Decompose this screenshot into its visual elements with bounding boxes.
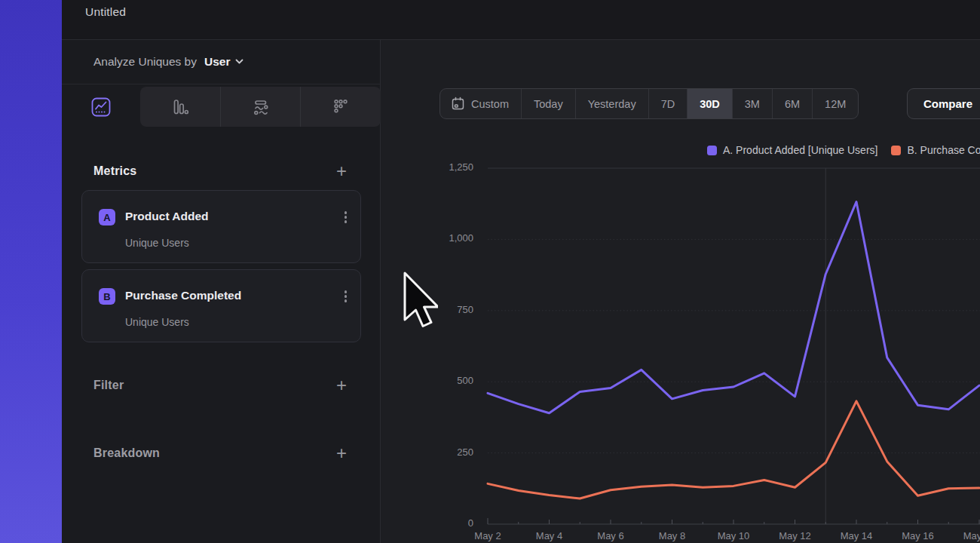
add-breakdown-button[interactable]: +	[336, 444, 347, 462]
metric-measurement: Unique Users	[125, 316, 189, 328]
tab-group	[140, 87, 381, 127]
chart-type-tabs	[62, 87, 381, 127]
x-axis-label: May 2	[464, 530, 512, 541]
tab-flows[interactable]	[220, 87, 301, 127]
range-7d[interactable]: 7D	[648, 89, 688, 118]
metric-options-button[interactable]	[345, 290, 348, 302]
range-6m[interactable]: 6M	[772, 89, 812, 118]
metrics-title: Metrics	[93, 164, 136, 178]
y-axis-label: 250	[406, 446, 473, 458]
legend-item[interactable]: A. Product Added [Unique Users]	[707, 144, 877, 156]
metrics-section-header: Metrics +	[93, 156, 347, 186]
bar-chart-icon	[171, 98, 189, 116]
x-axis-label: May 6	[586, 530, 635, 541]
add-metric-button[interactable]: +	[336, 162, 347, 180]
metric-name: Purchase Completed	[125, 289, 241, 302]
metric-badge: B	[99, 288, 115, 305]
y-axis-label: 0	[406, 517, 473, 529]
flows-icon	[252, 98, 270, 116]
range-label: 3M	[745, 98, 760, 110]
add-filter-button[interactable]: +	[336, 376, 347, 394]
y-axis-label: 750	[406, 304, 473, 315]
tab-retention[interactable]	[300, 87, 381, 127]
x-axis-label: May 8	[648, 530, 697, 541]
legend-swatch	[707, 146, 717, 155]
range-label: Yesterday	[588, 98, 636, 110]
range-yesterday[interactable]: Yesterday	[575, 89, 648, 118]
y-axis-label: 1,250	[406, 161, 473, 173]
range-custom[interactable]: Custom	[440, 89, 521, 118]
range-today[interactable]: Today	[521, 89, 575, 118]
range-12m[interactable]: 12M	[812, 89, 858, 118]
filter-section-header: Filter +	[93, 370, 347, 400]
range-label: 30D	[700, 98, 720, 110]
filter-title: Filter	[93, 379, 124, 392]
top-bar: Untitled	[62, 0, 980, 40]
legend-item[interactable]: B. Purchase Completed [Unique Users]	[891, 144, 980, 156]
metric-options-button[interactable]	[345, 211, 348, 223]
x-axis-label: May 12	[771, 530, 819, 541]
x-axis-label: May 16	[894, 530, 942, 541]
range-label: Today	[534, 98, 563, 110]
metric-card[interactable]: AProduct AddedUnique Users	[81, 190, 361, 263]
sidebar: Analyze Uniques by User	[62, 40, 381, 543]
tab-line-chart[interactable]	[62, 87, 140, 127]
tab-bar-chart[interactable]	[140, 87, 220, 127]
x-axis-label: May 10	[709, 530, 758, 541]
calendar-icon	[451, 97, 465, 111]
range-3m[interactable]: 3M	[732, 89, 772, 118]
analysis-header: Analyze Uniques by User	[62, 40, 380, 84]
desktop-wallpaper	[0, 0, 62, 543]
legend-label: B. Purchase Completed [Unique Users]	[907, 144, 980, 156]
breakdown-title: Breakdown	[93, 446, 160, 460]
x-axis-label: May 14	[832, 530, 880, 541]
y-axis-label: 500	[406, 375, 473, 386]
legend-swatch	[891, 146, 901, 155]
analyze-by-label: Analyze Uniques by	[93, 55, 197, 69]
chart-panel: CustomTodayYesterday7D30D3M6M12M Compare…	[381, 40, 980, 543]
x-axis-label: May 4	[525, 530, 574, 541]
line-chart	[475, 158, 980, 543]
legend-label: A. Product Added [Unique Users]	[723, 144, 877, 156]
report-title[interactable]: Untitled	[85, 5, 126, 18]
compare-button[interactable]: Compare	[907, 88, 980, 119]
breakdown-section-header: Breakdown +	[93, 438, 347, 468]
chart-legend: A. Product Added [Unique Users]B. Purcha…	[707, 142, 980, 158]
metric-measurement: Unique Users	[125, 237, 189, 249]
metric-card[interactable]: BPurchase CompletedUnique Users	[81, 269, 361, 342]
line-chart-icon	[91, 97, 111, 117]
range-label: 6M	[785, 98, 800, 110]
uniques-by-dropdown[interactable]: User	[204, 55, 243, 69]
y-axis-label: 1,000	[406, 232, 473, 244]
date-range-group: CustomTodayYesterday7D30D3M6M12M	[439, 88, 859, 119]
retention-grid-icon	[332, 98, 350, 116]
chevron-down-icon	[235, 59, 243, 65]
metric-badge: A	[99, 209, 115, 225]
uniques-by-value: User	[204, 55, 230, 69]
range-30d[interactable]: 30D	[687, 89, 732, 118]
series-b-line	[488, 401, 979, 499]
range-label: 12M	[825, 98, 846, 110]
range-label: 7D	[661, 98, 675, 110]
range-label: Custom	[471, 98, 509, 110]
metric-name: Product Added	[125, 210, 209, 223]
x-axis-label: May 18	[955, 530, 980, 541]
